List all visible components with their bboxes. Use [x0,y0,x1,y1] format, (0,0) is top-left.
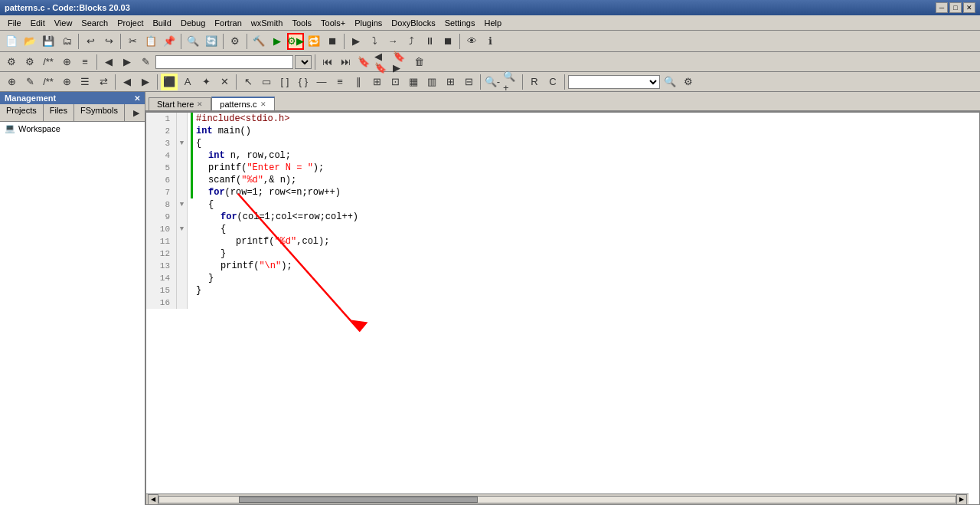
close-btn[interactable]: ✕ [963,2,975,13]
rebuild-btn[interactable]: 🔁 [305,33,322,50]
menu-help[interactable]: Help [479,17,506,29]
code-editor[interactable]: 1 2 3 4 5 6 7 8 9 10 11 12 13 14 15 16 [145,112,980,505]
minimize-btn[interactable]: ─ [936,2,948,13]
highlight4-btn[interactable]: ✕ [216,74,233,90]
scroll-thumb[interactable] [239,497,478,503]
menu-fortran[interactable]: Fortran [210,17,246,29]
sidebar-tab-fsymbols[interactable]: FSymbols [74,104,125,121]
info-btn[interactable]: ℹ [482,33,498,50]
nav-left-btn[interactable]: ◀ [119,74,136,90]
menu-wxsmith[interactable]: wxSmith [247,17,288,29]
code-search-cfg-btn[interactable]: ⚙ [680,74,697,90]
fold-8[interactable]: ▼ [177,198,187,211]
save-btn[interactable]: 💾 [40,33,57,50]
refactor-btn[interactable]: R [526,74,543,90]
nav-fwd-btn[interactable]: ⚙ [21,54,38,71]
maximize-btn[interactable]: □ [949,2,962,13]
menu-debug[interactable]: Debug [176,17,210,29]
refactor2-btn[interactable]: C [544,74,561,90]
find-btn[interactable]: 🔍 [185,33,201,50]
highlight2-btn[interactable]: A [179,74,196,90]
debug-stop-btn[interactable]: ⏸ [421,33,438,50]
bookmark-next-btn[interactable]: 🔖▶ [392,54,409,71]
code-block4[interactable]: ≡ [332,74,348,90]
menu-search[interactable]: Search [77,17,113,29]
search-input[interactable] [155,55,293,69]
sidebar-tab-projects[interactable]: Projects [0,104,44,121]
tab-patterns-c-close[interactable]: ✕ [260,100,266,108]
menu-doxyblocks[interactable]: DoxyBlocks [387,17,439,29]
menu-view[interactable]: View [50,17,77,29]
code-btn3[interactable]: /** [40,74,57,90]
code-block9[interactable]: ▥ [423,74,440,90]
code-block7[interactable]: ⊡ [387,74,403,90]
nav-toggle-btn[interactable]: ≡ [77,54,93,71]
save-all-btn[interactable]: 🗂 [58,33,75,50]
code-block8[interactable]: ▦ [405,74,422,90]
rect-btn[interactable]: ▭ [258,74,275,90]
stop-btn[interactable]: ⏹ [324,33,341,50]
debug-run-btn[interactable]: ▶ [348,33,364,50]
tab-patterns-c[interactable]: patterns.c ✕ [211,97,274,110]
scroll-track[interactable] [158,496,956,503]
code-btn1[interactable]: ⊕ [3,74,20,90]
menu-settings[interactable]: Settings [440,17,480,29]
code-btn2[interactable]: ✎ [21,74,38,90]
redo-btn[interactable]: ↪ [100,33,117,50]
prev-btn[interactable]: ◀ [100,54,117,71]
menu-plugins[interactable]: Plugins [350,17,387,29]
replace-btn[interactable]: 🔄 [203,33,220,50]
jump-next-btn[interactable]: ⏭ [337,54,354,71]
bookmark-btn[interactable]: 🔖 [355,54,372,71]
bookmark-prev-btn[interactable]: ◀🔖 [374,54,390,71]
zoom-out-btn[interactable]: 🔍- [484,74,501,90]
debug-next-btn[interactable]: → [384,33,401,50]
tab-start-here[interactable]: Start here ✕ [149,97,211,110]
code-toggle-btn[interactable]: ⇄ [95,74,112,90]
code-block11[interactable]: ⊟ [460,74,477,90]
build-btn[interactable]: 🔨 [250,33,267,50]
undo-btn[interactable]: ↩ [82,33,99,50]
code-block6[interactable]: ⊞ [368,74,385,90]
tab-start-here-close[interactable]: ✕ [197,100,203,108]
menu-build[interactable]: Build [148,17,175,29]
clear-bookmark-btn[interactable]: 🗑 [410,54,427,71]
nav-abbr-btn[interactable]: /** [40,54,57,71]
menu-project[interactable]: Project [113,17,148,29]
next-btn[interactable]: ▶ [119,54,136,71]
run-btn[interactable]: ▶ [269,33,286,50]
fold-10[interactable]: ▼ [177,223,187,235]
menu-toolsplus[interactable]: Tools+ [316,17,350,29]
build-run-btn[interactable]: ⚙▶ [287,33,304,50]
h-scrollbar[interactable]: ◀ ▶ [146,494,969,504]
menu-edit[interactable]: Edit [26,17,50,29]
cursor-btn[interactable]: ↖ [240,74,256,90]
code-search-dropdown[interactable] [568,75,660,89]
mark-btn[interactable]: ✎ [137,54,154,71]
code-block5[interactable]: ‖ [350,74,367,90]
menu-file[interactable]: File [3,17,26,29]
nav-back-btn[interactable]: ⚙ [3,54,20,71]
scroll-right-btn[interactable]: ▶ [956,494,967,505]
code-btn4[interactable]: ⊕ [58,74,75,90]
sidebar-close-btn[interactable]: ✕ [134,94,140,103]
watch-btn[interactable]: 👁 [463,33,480,50]
settings-btn[interactable]: ⚙ [227,33,243,50]
sidebar-expand-btn[interactable]: ▶ [128,104,145,121]
code-block1[interactable]: [ ] [276,74,293,90]
code-btn5[interactable]: ☰ [77,74,93,90]
nav-right-btn[interactable]: ▶ [137,74,154,90]
scroll-left-btn[interactable]: ◀ [148,494,158,505]
zoom-in-btn[interactable]: 🔍+ [502,74,519,90]
copy-btn[interactable]: 📋 [142,33,159,50]
menu-tools[interactable]: Tools [287,17,316,29]
code-block2[interactable]: { } [295,74,312,90]
debug-end-btn[interactable]: ⏹ [439,33,456,50]
search-dropdown[interactable] [295,55,312,69]
open-btn[interactable]: 📂 [21,33,38,50]
code-search-btn[interactable]: 🔍 [662,74,678,90]
debug-stepout-btn[interactable]: ⤴ [403,33,420,50]
highlight3-btn[interactable]: ✦ [198,74,214,90]
highlight-btn[interactable]: ⬛ [161,74,178,90]
code-block3[interactable]: — [313,74,330,90]
